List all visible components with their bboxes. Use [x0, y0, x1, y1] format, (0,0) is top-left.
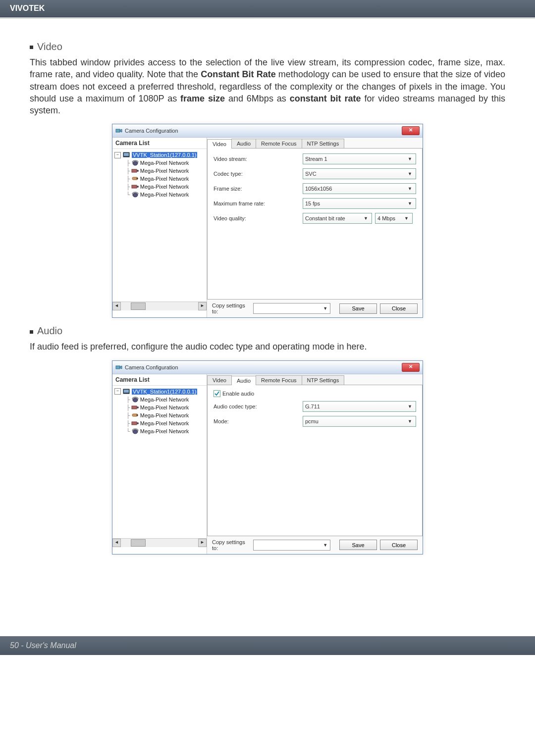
camera-list-header: Camera List: [112, 374, 207, 386]
camera-tree[interactable]: − VVTK_Station1(127.0.0.1) ├Mega-Pixel N…: [112, 149, 207, 302]
tab-ntp-settings[interactable]: NTP Settings: [302, 375, 345, 385]
video-stream-label: Video stream:: [214, 156, 303, 162]
chevron-down-icon: ▼: [406, 201, 414, 206]
tree-item-label[interactable]: Mega-Pixel Network: [140, 412, 189, 418]
svg-point-4: [133, 161, 138, 165]
tab-video[interactable]: Video: [207, 139, 232, 149]
tree-item-label[interactable]: Mega-Pixel Network: [140, 160, 189, 166]
audio-mode-label: Mode:: [214, 418, 303, 424]
video-paragraph: This tabbed window privides access to th…: [30, 56, 505, 116]
svg-point-19: [137, 406, 139, 408]
close-dialog-button[interactable]: Close: [380, 303, 418, 314]
tree-root-label[interactable]: VVTK_Station1(127.0.0.1): [132, 389, 197, 395]
audio-mode-select[interactable]: pcmu▼: [303, 416, 416, 427]
scroll-right-button[interactable]: ►: [198, 302, 207, 310]
tab-bar: Video Audio Remote Focus NTP Settings: [207, 138, 423, 148]
dialog-bottom-bar: Copy settings to: ▼ Save Close: [207, 536, 423, 554]
svg-rect-0: [116, 129, 120, 132]
tree-collapse-icon[interactable]: −: [114, 388, 121, 395]
bullet-camera-icon: [131, 175, 139, 182]
scroll-right-button[interactable]: ►: [198, 539, 207, 547]
horizontal-scrollbar[interactable]: ◄ ►: [112, 302, 207, 310]
tab-audio[interactable]: Audio: [231, 376, 256, 385]
dialog-title: Camera Configuration: [125, 364, 402, 370]
bitrate-select[interactable]: 4 Mbps▼: [375, 213, 413, 224]
tree-item-label[interactable]: Mega-Pixel Network: [140, 428, 189, 434]
tab-remote-focus[interactable]: Remote Focus: [256, 139, 302, 148]
page-footer: 50 - User's Manual: [0, 636, 535, 655]
close-dialog-button[interactable]: Close: [380, 540, 418, 550]
audio-tab-body: Enable audio Audio codec type: G.711▼ Mo…: [207, 385, 423, 536]
video-section-title: Video: [30, 41, 505, 52]
max-frame-rate-select[interactable]: 15 fps▼: [303, 198, 416, 209]
tab-video[interactable]: Video: [207, 375, 232, 385]
svg-rect-18: [132, 406, 137, 409]
bullet-icon: [30, 330, 33, 334]
dome-camera-icon: [131, 428, 139, 435]
camera-list-panel: Camera List − VVTK_Station1(127.0.0.1) ├…: [112, 374, 207, 554]
frame-size-select[interactable]: 1056x1056▼: [303, 183, 416, 194]
tree-root-label[interactable]: VVTK_Station1(127.0.0.1): [132, 152, 197, 158]
svg-point-8: [136, 178, 138, 179]
chevron-down-icon: ▼: [403, 216, 410, 221]
page-header: VIVOTEK: [0, 0, 535, 17]
audio-codec-label: Audio codec type:: [214, 403, 303, 409]
tree-item-label[interactable]: Mega-Pixel Network: [140, 192, 189, 198]
audio-codec-select[interactable]: G.711▼: [303, 401, 416, 412]
scroll-left-button[interactable]: ◄: [112, 302, 121, 310]
svg-rect-22: [132, 422, 137, 425]
video-title-text: Video: [37, 41, 62, 52]
svg-point-12: [133, 193, 138, 197]
audio-title-text: Audio: [37, 325, 62, 336]
enable-audio-checkbox[interactable]: [214, 390, 220, 397]
box-camera-icon: [131, 404, 139, 411]
dialog-titlebar[interactable]: Camera Configuration ✕: [112, 361, 423, 374]
codec-type-label: Codec type:: [214, 171, 303, 177]
bullet-icon: [30, 46, 33, 49]
scroll-left-button[interactable]: ◄: [112, 539, 121, 547]
codec-type-select[interactable]: SVC▼: [303, 168, 416, 179]
horizontal-scrollbar[interactable]: ◄ ►: [112, 538, 207, 547]
station-icon: [123, 151, 131, 158]
save-button[interactable]: Save: [339, 303, 377, 314]
video-stream-select[interactable]: Stream 1▼: [303, 153, 416, 164]
dome-camera-icon: [131, 159, 139, 166]
video-quality-select[interactable]: Constant bit rate▼: [303, 213, 372, 224]
tab-ntp-settings[interactable]: NTP Settings: [302, 139, 345, 148]
audio-paragraph: If audio feed is preferred, configure th…: [30, 341, 505, 353]
svg-point-23: [137, 422, 139, 424]
tree-collapse-icon[interactable]: −: [114, 152, 121, 158]
box-camera-icon: [131, 167, 139, 174]
tree-item-label[interactable]: Mega-Pixel Network: [140, 404, 189, 410]
tree-item-label[interactable]: Mega-Pixel Network: [140, 176, 189, 182]
scroll-thumb[interactable]: [131, 539, 146, 547]
tree-item-label[interactable]: Mega-Pixel Network: [140, 420, 189, 426]
dialog-titlebar[interactable]: Camera Configuration ✕: [112, 124, 423, 138]
box-camera-icon: [131, 183, 139, 190]
tree-item-label[interactable]: Mega-Pixel Network: [140, 184, 189, 190]
tree-item-label[interactable]: Mega-Pixel Network: [140, 397, 189, 403]
camera-icon: [115, 364, 122, 371]
frame-size-label: Frame size:: [214, 186, 303, 192]
copy-settings-select[interactable]: ▼: [253, 540, 330, 551]
bullet-camera-icon: [131, 412, 139, 419]
close-button[interactable]: ✕: [402, 126, 420, 135]
copy-settings-select[interactable]: ▼: [253, 303, 330, 314]
close-button[interactable]: ✕: [402, 363, 420, 372]
camera-tree[interactable]: − VVTK_Station1(127.0.0.1) ├Mega-Pixel N…: [112, 386, 207, 538]
svg-rect-13: [116, 366, 120, 369]
audio-section-title: Audio: [30, 325, 505, 337]
save-button[interactable]: Save: [339, 540, 377, 550]
tree-item-label[interactable]: Mega-Pixel Network: [140, 168, 189, 174]
chevron-down-icon: ▼: [321, 543, 329, 548]
svg-rect-9: [132, 185, 137, 188]
box-camera-icon: [131, 420, 139, 427]
svg-rect-5: [132, 169, 137, 172]
camera-config-dialog-audio: Camera Configuration ✕ Camera List − VVT…: [112, 360, 423, 554]
chevron-down-icon: ▼: [406, 419, 414, 424]
tab-audio[interactable]: Audio: [231, 139, 256, 148]
scroll-thumb[interactable]: [131, 302, 146, 310]
station-icon: [123, 388, 131, 395]
tab-remote-focus[interactable]: Remote Focus: [256, 375, 302, 385]
dialog-title: Camera Configuration: [125, 128, 402, 134]
